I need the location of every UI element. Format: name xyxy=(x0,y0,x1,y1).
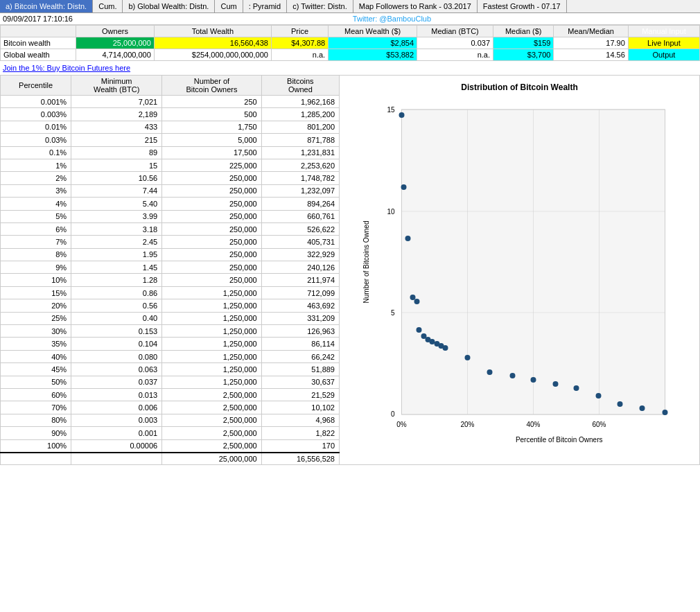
table-cell: 2% xyxy=(1,172,71,184)
table-row: 9%1.45250,000240,126 xyxy=(1,261,340,274)
table-cell: 21,529 xyxy=(261,388,339,401)
table-row: 8%1.95250,000322,929 xyxy=(1,248,340,261)
table-cell: 3.18 xyxy=(71,222,162,235)
table-cell: 1,250,000 xyxy=(162,325,262,338)
table-row: 25%0.401,250,000331,209 xyxy=(1,312,340,324)
svg-text:60%: 60% xyxy=(592,421,606,428)
table-cell: 3.99 xyxy=(71,210,162,222)
table-cell: 5.40 xyxy=(71,198,162,210)
total-btc: 16,556,528 xyxy=(261,453,339,465)
table-cell: 2,500,000 xyxy=(162,427,262,439)
table-row: 80%0.0032,500,0004,968 xyxy=(1,414,340,426)
table-cell: 250,000 xyxy=(162,236,262,248)
table-row: 60%0.0132,500,00021,529 xyxy=(1,388,340,401)
table-cell: 25% xyxy=(1,312,71,324)
total-owners: 25,000,000 xyxy=(162,453,262,465)
table-cell: 1,250,000 xyxy=(162,299,262,312)
chart-point xyxy=(553,381,559,387)
th-btc-owned: BitcoinsOwned xyxy=(261,76,339,96)
tab-twitter[interactable]: c) Twitter: Distn. xyxy=(287,0,353,12)
table-cell: 8% xyxy=(1,248,71,261)
table-cell: 2,500,000 xyxy=(162,414,262,426)
table-row: 20%0.561,250,000463,692 xyxy=(1,299,340,312)
table-cell: 7,021 xyxy=(71,96,162,108)
table-cell: 240,126 xyxy=(261,261,339,274)
chart-area: Distribution of Bitcoin Wealth 0 5 10 15… xyxy=(340,75,700,465)
table-cell: 15% xyxy=(1,286,71,299)
table-cell: 5,000 xyxy=(162,134,262,146)
tab-map[interactable]: Map Followers to Rank - 03.2017 xyxy=(353,0,478,12)
twitter-link[interactable]: Twitter: @BambouClub xyxy=(353,15,431,23)
table-row: 0.1%8917,5001,231,831 xyxy=(1,146,340,159)
table-row: 3%7.44250,0001,232,097 xyxy=(1,184,340,197)
join-link[interactable]: Join the 1%: Buy Bitcoin Futures here xyxy=(0,61,700,75)
table-row: 0.01%4331,750801,200 xyxy=(1,121,340,133)
tab-cum-2[interactable]: Cum xyxy=(215,0,243,12)
global-mean-median: 14.56 xyxy=(554,49,628,61)
table-row: 4%5.40250,000894,264 xyxy=(1,198,340,210)
chart-point xyxy=(574,385,579,391)
chart-point xyxy=(596,393,602,399)
svg-text:15: 15 xyxy=(387,106,395,114)
table-cell: 1,250,000 xyxy=(162,312,262,324)
table-cell: 250,000 xyxy=(162,222,262,235)
table-cell: 10.56 xyxy=(71,172,162,184)
nav-tabs: a) Bitcoin Wealth: Distn. Cum. b) Global… xyxy=(0,0,700,13)
table-cell: 712,099 xyxy=(261,286,339,299)
global-input-label: Output xyxy=(628,49,699,61)
table-cell: 225,000 xyxy=(162,159,262,171)
svg-text:Percentile of Bitcoin Owners: Percentile of Bitcoin Owners xyxy=(516,436,603,444)
table-cell: 0.56 xyxy=(71,299,162,312)
chart-point xyxy=(443,345,448,351)
chart-point xyxy=(531,377,536,383)
table-cell: 1,250,000 xyxy=(162,363,262,376)
table-row: 2%10.56250,0001,748,782 xyxy=(1,172,340,184)
tab-pyramid[interactable]: : Pyramid xyxy=(243,0,287,12)
table-cell: 10,102 xyxy=(261,401,339,414)
table-cell: 30,637 xyxy=(261,376,339,388)
col-owners: Owners xyxy=(76,26,155,37)
tab-global-wealth[interactable]: b) Global Wealth: Distn. xyxy=(123,0,215,12)
bitcoin-median-usd: $159 xyxy=(493,37,554,49)
table-cell: 17,500 xyxy=(162,146,262,159)
table-cell: 250,000 xyxy=(162,261,262,274)
table-cell: 0.153 xyxy=(71,325,162,338)
table-cell: 1,232,097 xyxy=(261,184,339,197)
global-row-label: Global wealth xyxy=(1,49,76,61)
svg-text:0%: 0% xyxy=(396,421,407,428)
bitcoin-mean-wealth: $2,854 xyxy=(329,37,417,49)
header-row: 09/09/2017 17:10:16 Twitter: @BambouClub xyxy=(0,13,700,25)
chart-point xyxy=(640,405,645,411)
svg-text:40%: 40% xyxy=(526,421,540,428)
table-row: 10%1.28250,000211,974 xyxy=(1,274,340,286)
tab-fastest-growth[interactable]: Fastest Growth - 07.17 xyxy=(478,0,567,12)
table-cell: 6% xyxy=(1,222,71,235)
table-row: 70%0.0062,500,00010,102 xyxy=(1,401,340,414)
global-median-btc: n.a. xyxy=(417,49,493,61)
col-mean-wealth: Mean Wealth ($) xyxy=(329,26,417,37)
distribution-table: Percentile MinimumWealth (BTC) Number of… xyxy=(0,75,340,465)
table-cell: 2.45 xyxy=(71,236,162,248)
table-cell: 0.063 xyxy=(71,363,162,376)
table-row: 90%0.0012,500,0001,822 xyxy=(1,427,340,439)
svg-text:5: 5 xyxy=(391,309,395,317)
table-cell: 0.1% xyxy=(1,146,71,159)
global-owners: 4,714,000,000 xyxy=(76,49,155,61)
table-row: 0.03%2155,000871,788 xyxy=(1,134,340,146)
chart-title: Distribution of Bitcoin Wealth xyxy=(347,82,692,92)
tab-bitcoin-wealth[interactable]: a) Bitcoin Wealth: Distn. xyxy=(0,0,93,12)
table-cell: 1,750 xyxy=(162,121,262,133)
col-price: Price xyxy=(271,26,328,37)
table-cell: 89 xyxy=(71,146,162,159)
chart-point xyxy=(401,184,407,190)
bitcoin-owners: 25,000,000 xyxy=(76,37,155,49)
table-cell: 0.01% xyxy=(1,121,71,133)
th-percentile: Percentile xyxy=(1,76,71,96)
table-cell: 1,250,000 xyxy=(162,350,262,362)
table-cell: 2,253,620 xyxy=(261,159,339,171)
chart-point xyxy=(410,295,416,300)
table-row: 5%3.99250,000660,761 xyxy=(1,210,340,222)
bitcoin-row-label: Bitcoin wealth xyxy=(1,37,76,49)
tab-cum-1[interactable]: Cum. xyxy=(93,0,123,12)
table-cell: 1.45 xyxy=(71,261,162,274)
